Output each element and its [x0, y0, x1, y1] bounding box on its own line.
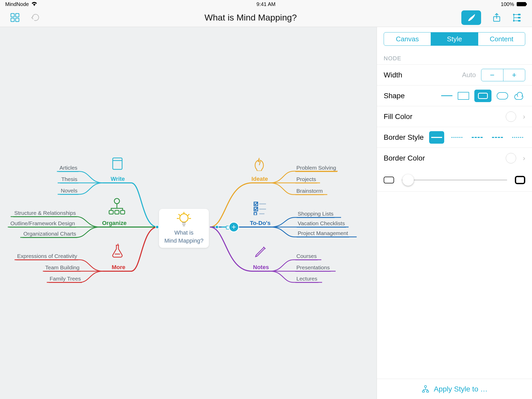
- shape-pill-option[interactable]: [497, 92, 508, 99]
- documents-icon[interactable]: [10, 13, 20, 22]
- document-title: What is Mind Mapping?: [40, 12, 461, 23]
- wifi-icon: [31, 1, 37, 7]
- fill-color-swatch: [506, 111, 516, 122]
- branch-organize-label[interactable]: Organize: [102, 220, 127, 227]
- row-fill-color[interactable]: Fill Color ›: [377, 106, 532, 127]
- central-node-line1: What is: [174, 229, 193, 237]
- leaf-familytrees[interactable]: Family Trees: [49, 275, 82, 283]
- tab-style[interactable]: Style: [431, 32, 478, 45]
- battery-icon: [517, 2, 527, 6]
- svg-point-11: [180, 214, 188, 222]
- shape-rounded-option[interactable]: [474, 90, 491, 102]
- inspector-tabs: Canvas Style Content: [384, 32, 525, 46]
- leaf-teambuilding[interactable]: Team Building: [44, 264, 81, 272]
- tab-canvas[interactable]: Canvas: [384, 32, 431, 45]
- leaf-structure[interactable]: Structure & Relationships: [13, 209, 77, 217]
- svg-point-24: [117, 244, 118, 245]
- svg-rect-16: [254, 212, 257, 215]
- svg-rect-27: [427, 391, 429, 392]
- leaf-projects[interactable]: Projects: [295, 176, 317, 183]
- clock-label: 9:41 AM: [256, 1, 275, 7]
- svg-point-25: [424, 385, 427, 388]
- lightbulb-icon: [176, 212, 192, 227]
- leaf-presentations[interactable]: Presentations: [295, 264, 331, 272]
- width-value: Auto: [462, 71, 476, 79]
- tab-content[interactable]: Content: [478, 32, 525, 45]
- thin-border-icon: [384, 177, 394, 183]
- leaf-articles[interactable]: Articles: [58, 164, 78, 172]
- left-handle-dot[interactable]: [155, 225, 159, 229]
- inspector-panel: Canvas Style Content NODE Width Auto − +…: [377, 27, 532, 399]
- svg-rect-8: [518, 14, 521, 15]
- fill-color-label: Fill Color: [384, 112, 412, 121]
- svg-rect-22: [115, 210, 119, 214]
- leaf-thesis[interactable]: Thesis: [60, 176, 78, 183]
- svg-rect-4: [16, 18, 19, 22]
- row-border-color[interactable]: Border Color ›: [377, 148, 532, 168]
- svg-rect-2: [16, 14, 19, 17]
- flask-icon: [110, 244, 125, 258]
- border-solid-option[interactable]: [429, 131, 444, 144]
- leaf-outline[interactable]: Outline/Framework Design: [9, 220, 76, 228]
- central-node[interactable]: What is Mind Mapping?: [159, 209, 209, 248]
- leaf-problem-solving[interactable]: Problem Solving: [295, 164, 337, 172]
- style-brush-button[interactable]: [461, 10, 481, 25]
- leaf-creativity[interactable]: Expressions of Creativity: [16, 252, 78, 260]
- add-node-button[interactable]: +: [229, 222, 239, 232]
- apply-style-button[interactable]: Apply Style to …: [377, 379, 532, 399]
- row-border-thickness: [377, 168, 532, 192]
- outline-icon[interactable]: [512, 13, 522, 22]
- border-color-swatch: [506, 153, 516, 163]
- branch-notes-label[interactable]: Notes: [253, 264, 269, 271]
- width-minus-button[interactable]: −: [481, 69, 503, 81]
- svg-point-0: [34, 5, 35, 6]
- branch-todos-label[interactable]: To-Do's: [250, 220, 270, 227]
- branch-write-label[interactable]: Write: [111, 176, 125, 182]
- leaf-lectures[interactable]: Lectures: [295, 275, 318, 283]
- leaf-project-mgmt[interactable]: Project Management: [297, 230, 349, 237]
- share-icon[interactable]: [492, 13, 501, 22]
- svg-rect-3: [11, 18, 14, 22]
- right-handle-dot[interactable]: [215, 225, 219, 229]
- svg-rect-1: [11, 14, 14, 17]
- row-shape: Shape: [377, 85, 532, 106]
- leaf-novels[interactable]: Novels: [60, 187, 78, 195]
- chevron-right-icon: ›: [523, 154, 525, 162]
- svg-rect-18: [113, 158, 122, 169]
- width-stepper: − +: [481, 69, 525, 81]
- thickness-slider[interactable]: [402, 175, 507, 185]
- status-bar: MindNode 9:41 AM 100%: [0, 0, 532, 8]
- pencil-icon: [253, 245, 268, 259]
- checklist-icon: [253, 201, 268, 215]
- hierarchy-icon: [421, 385, 430, 393]
- shape-label: Shape: [384, 92, 405, 100]
- branch-more-label[interactable]: More: [112, 264, 125, 271]
- branch-ideate-label[interactable]: Ideate: [251, 176, 268, 182]
- shape-cloud-option[interactable]: [513, 92, 525, 100]
- svg-rect-21: [109, 210, 113, 214]
- border-color-label: Border Color: [384, 154, 425, 162]
- battery-label: 100%: [501, 1, 514, 7]
- toolbar: What is Mind Mapping?: [0, 8, 532, 27]
- thick-border-icon: [515, 176, 525, 184]
- row-width: Width Auto − +: [377, 64, 532, 85]
- ideate-icon: [252, 156, 267, 171]
- leaf-vacation[interactable]: Vacation Checklists: [297, 220, 346, 228]
- svg-rect-26: [422, 391, 424, 392]
- border-wide-dotted-option[interactable]: [510, 131, 525, 144]
- mindmap-canvas[interactable]: What is Mind Mapping? + Ideate To-Do's N…: [0, 27, 377, 399]
- svg-rect-23: [121, 210, 125, 214]
- shape-line-option[interactable]: [441, 95, 453, 96]
- border-dashed-option[interactable]: [470, 131, 485, 144]
- undo-icon[interactable]: [31, 13, 40, 22]
- leaf-orgcharts[interactable]: Organizational Charts: [22, 230, 77, 238]
- width-plus-button[interactable]: +: [503, 69, 525, 81]
- leaf-brainstorm[interactable]: Brainstorm: [295, 187, 324, 195]
- leaf-shopping[interactable]: Shopping Lists: [297, 210, 335, 218]
- svg-rect-10: [518, 20, 521, 22]
- leaf-courses[interactable]: Courses: [295, 252, 318, 260]
- shape-rect-option[interactable]: [458, 92, 469, 100]
- border-longdash-option[interactable]: [490, 131, 505, 144]
- border-dotted-option[interactable]: [449, 131, 464, 144]
- app-name-label: MindNode: [5, 1, 29, 7]
